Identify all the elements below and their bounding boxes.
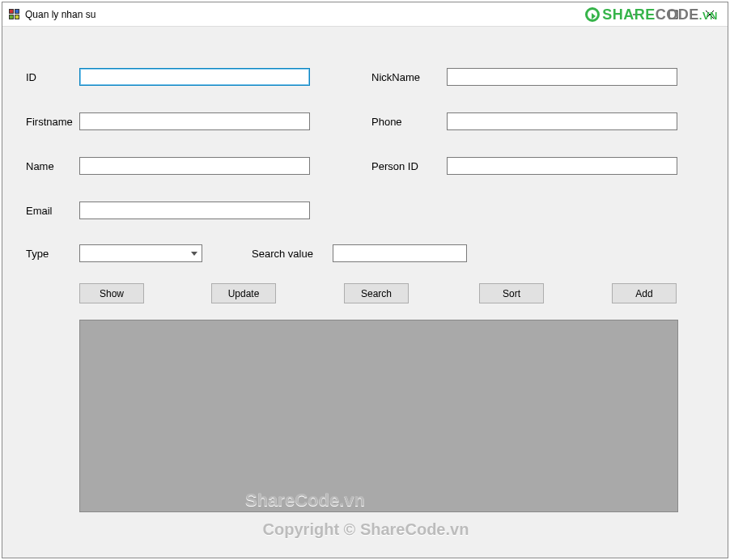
id-label: ID [26,71,36,83]
client-area: SHARECODE.VN ID Firstname Name Email Nic… [2,27,728,558]
add-button[interactable]: Add [612,283,677,303]
titlebar: Quan ly nhan su [2,2,728,27]
firstname-input[interactable] [79,112,310,130]
type-combobox[interactable] [79,244,202,262]
data-grid[interactable] [79,320,678,512]
personid-input[interactable] [447,157,677,175]
email-input[interactable] [79,202,310,219]
update-button[interactable]: Update [211,283,276,303]
phone-label: Phone [371,116,402,128]
nickname-label: NickName [371,71,420,83]
email-label: Email [26,205,53,217]
type-label: Type [26,248,49,260]
personid-label: Person ID [371,160,418,172]
minimize-button[interactable] [618,2,655,27]
searchvalue-input[interactable] [333,244,467,262]
chevron-down-icon [187,245,202,261]
phone-input[interactable] [447,112,677,130]
firstname-label: Firstname [26,116,73,128]
id-input[interactable] [79,68,310,86]
svg-rect-1 [669,11,677,19]
search-button[interactable]: Search [344,283,409,303]
sort-button[interactable]: Sort [479,283,544,303]
close-button[interactable] [691,2,728,27]
footer-watermark: Copyright © ShareCode.vn [2,520,729,539]
app-icon [9,9,20,20]
maximize-button[interactable] [655,2,691,27]
searchvalue-label: Search value [252,248,313,260]
window-title: Quan ly nhan su [25,9,95,20]
show-button[interactable]: Show [79,283,144,303]
app-window: Quan ly nhan su SHARECODE.VN ID Firstnam… [2,2,728,558]
name-label: Name [26,160,54,172]
nickname-input[interactable] [447,68,677,86]
name-input[interactable] [79,157,310,175]
